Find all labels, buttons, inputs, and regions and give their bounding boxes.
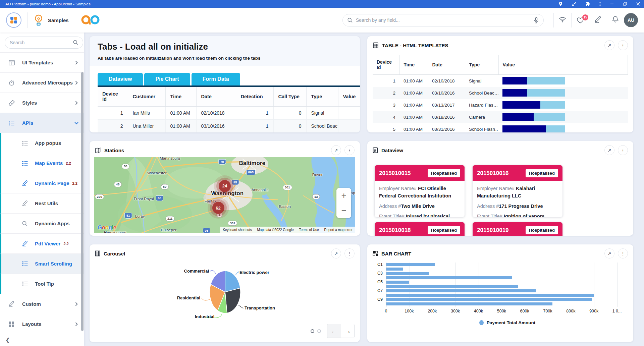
tab-form-data[interactable]: Form Data	[192, 73, 240, 85]
window-close-button[interactable]	[636, 2, 640, 6]
expand-icon[interactable]: ↗	[331, 248, 341, 258]
signature-pen-icon[interactable]	[594, 16, 602, 24]
more-menu-icon[interactable]: ⋮	[344, 248, 355, 258]
dataview-card[interactable]: 2015010016 Hospitalised Employer Name# K…	[473, 165, 562, 217]
sidebar-item-custom[interactable]: Custom	[0, 294, 84, 314]
sidebar-item-label: Smart Scrolling	[35, 261, 72, 267]
search-icon	[73, 40, 78, 45]
sidebar-item-advanced-microapps[interactable]: Advanced Microapps	[0, 73, 84, 93]
column-header: Type	[306, 87, 338, 107]
sidebar-collapse-button[interactable]: ❮	[0, 334, 84, 346]
map-cluster-marker[interactable]: 24	[219, 180, 231, 192]
sidebar-item-smart-scrolling[interactable]: Smart Scrolling	[0, 254, 84, 274]
sidebar-item-label: Custom	[22, 301, 41, 307]
window-minimize-button[interactable]	[610, 2, 614, 6]
sidebar-scrollbar[interactable]	[81, 72, 84, 331]
route-shield: 211	[165, 216, 174, 221]
samples-app[interactable]: Samples	[34, 14, 69, 26]
sidebar-item-dynamic-page[interactable]: Dynamic Page2.2	[0, 173, 84, 193]
x-tick-label: 500k	[497, 309, 506, 313]
dataview-card[interactable]: 2015010018 Hospitalised	[375, 222, 465, 236]
map-zoom-out-button[interactable]: −	[336, 203, 351, 218]
pie-slice-label: Transportation	[245, 305, 275, 310]
main-content: Tabs - Load all on initialize All tabs a…	[84, 33, 644, 346]
sidebar-item-pdf-viewer[interactable]: Pdf Viewer2.2	[0, 234, 84, 254]
sidebar-item-layouts[interactable]: Layouts	[0, 314, 84, 334]
pie-slice[interactable]	[225, 288, 240, 313]
page-title: Tabs - Load all on initialize	[98, 42, 352, 52]
more-menu-icon[interactable]: ⋮	[618, 248, 628, 258]
sidebar-item-ui-templates[interactable]: UI Templates	[0, 53, 84, 73]
map-city-label: Luray	[135, 214, 145, 218]
table-cell: 1	[98, 107, 128, 120]
bar-c7[interactable]	[386, 289, 536, 292]
microphone-icon[interactable]	[534, 17, 539, 23]
panel-carousel: Carousel ↗ ⋮ Electric powerTransportatio…	[90, 244, 360, 342]
bar-c4[interactable]	[386, 276, 512, 279]
map-cluster-marker[interactable]: 62	[212, 202, 224, 214]
sidebar-item-map-events[interactable]: Map Events2.2	[0, 153, 84, 173]
more-menu-icon[interactable]: ⋮	[618, 145, 628, 155]
table-cell: 0	[273, 120, 306, 133]
wifi-icon[interactable]	[559, 17, 566, 24]
map-attribution-item[interactable]: Terms of Use	[297, 227, 322, 233]
apporchid-logo[interactable]	[6, 12, 21, 28]
bar-c9[interactable]	[386, 298, 592, 301]
expand-icon[interactable]: ↗	[331, 145, 341, 155]
expand-icon[interactable]: ↗	[604, 40, 614, 50]
user-avatar[interactable]: AU	[624, 13, 638, 27]
map-zoom-in-button[interactable]: +	[336, 188, 351, 203]
bar-c3[interactable]	[386, 272, 429, 275]
sidebar-item-styles[interactable]: Styles	[0, 93, 84, 113]
sidebar-item-app-popus[interactable]: App popus	[0, 133, 84, 153]
panel-title: BAR CHART	[381, 251, 411, 256]
extensions-puzzle-icon[interactable]	[586, 2, 590, 6]
tab-pie-chart[interactable]: Pie Chart	[144, 73, 190, 85]
location-pin-icon[interactable]	[559, 2, 562, 6]
bar-c5[interactable]	[386, 281, 409, 284]
tab-dataview[interactable]: Dataview	[98, 73, 143, 85]
carousel-dot[interactable]	[311, 329, 314, 333]
ao-logo[interactable]	[81, 14, 100, 26]
google-logo[interactable]: Google	[98, 224, 116, 231]
sidebar-item-apis[interactable]: APIs	[0, 113, 84, 133]
carousel-next-button[interactable]: →	[341, 324, 354, 338]
carousel-prev-button[interactable]: ←	[327, 324, 341, 338]
global-search[interactable]	[342, 14, 544, 26]
browser-menu-icon[interactable]	[599, 2, 601, 6]
chevron-right-icon	[75, 101, 78, 105]
map-attribution-item[interactable]: Map data ©2022 Google	[254, 227, 296, 233]
expand-icon[interactable]: ↗	[604, 145, 614, 155]
notifications-bell-icon[interactable]	[612, 16, 619, 24]
more-menu-icon[interactable]: ⋮	[618, 40, 628, 50]
bar-c6[interactable]	[386, 285, 518, 288]
bar-c10[interactable]	[386, 302, 552, 305]
dataview-card[interactable]: 2015010015 Hospitalised Employer Name# F…	[375, 165, 465, 217]
key-icon[interactable]	[572, 2, 576, 6]
more-menu-icon[interactable]: ⋮	[344, 145, 355, 155]
list-icon	[22, 262, 30, 266]
stations-map[interactable]: + − Google Keyboard shortcutsMap data ©2…	[94, 157, 355, 233]
bar-c2[interactable]	[386, 268, 403, 271]
sidebar-item-label: Pdf Viewer	[35, 241, 60, 246]
bar-c1[interactable]	[386, 263, 435, 266]
expand-icon[interactable]: ↗	[604, 248, 614, 258]
favorites-button[interactable]: 15	[577, 17, 584, 23]
pie-callout-line	[210, 270, 216, 274]
x-tick-label: 900k	[589, 309, 598, 313]
sidebar-item-tool-tip[interactable]: Tool Tip	[0, 274, 84, 294]
sidebar-item-rest-utils[interactable]: Rest Utils	[0, 193, 84, 214]
bar-c8[interactable]	[386, 294, 594, 297]
carousel-dot[interactable]	[317, 329, 321, 333]
map-attribution-item[interactable]: Keyboard shortcuts	[220, 227, 254, 233]
global-search-input[interactable]	[356, 17, 531, 23]
table-cell: Signal	[306, 107, 338, 120]
map-attribution-item[interactable]: Report a map error	[322, 227, 355, 233]
gridline	[594, 263, 594, 307]
sidebar-item-dynamic-apps[interactable]: Dynamic Apps	[0, 214, 84, 234]
gridline	[617, 263, 618, 307]
sidebar-search-input[interactable]	[10, 40, 70, 45]
map-city-label: Dover	[312, 173, 323, 177]
window-restore-button[interactable]	[623, 2, 627, 6]
dataview-card[interactable]: 2015010019 Hospitalised	[473, 222, 562, 236]
